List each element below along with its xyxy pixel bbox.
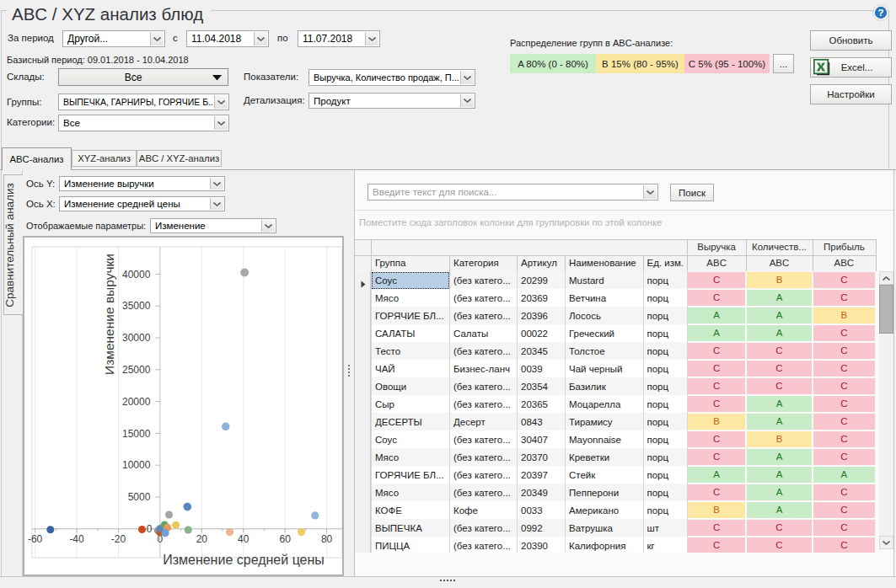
svg-text:-40: -40 xyxy=(69,533,84,545)
svg-text:20000: 20000 xyxy=(122,396,151,408)
svg-text:40000: 40000 xyxy=(122,269,151,281)
svg-text:Изменение средней цены: Изменение средней цены xyxy=(163,553,325,567)
svg-text:-20: -20 xyxy=(111,533,126,545)
svg-text:20: 20 xyxy=(196,533,208,545)
svg-text:30000: 30000 xyxy=(122,332,151,344)
svg-text:25000: 25000 xyxy=(122,364,151,376)
svg-text:5000: 5000 xyxy=(128,491,151,503)
svg-text:15000: 15000 xyxy=(122,428,151,440)
svg-text:40: 40 xyxy=(238,533,249,545)
svg-text:10000: 10000 xyxy=(122,459,151,471)
svg-text:80: 80 xyxy=(321,533,333,545)
svg-text:Изменение выручки: Изменение выручки xyxy=(102,254,116,375)
svg-text:?: ? xyxy=(877,8,883,18)
svg-text:35000: 35000 xyxy=(122,300,151,312)
svg-text:-60: -60 xyxy=(28,533,43,545)
svg-text:0: 0 xyxy=(147,523,153,535)
svg-text:60: 60 xyxy=(279,533,291,545)
